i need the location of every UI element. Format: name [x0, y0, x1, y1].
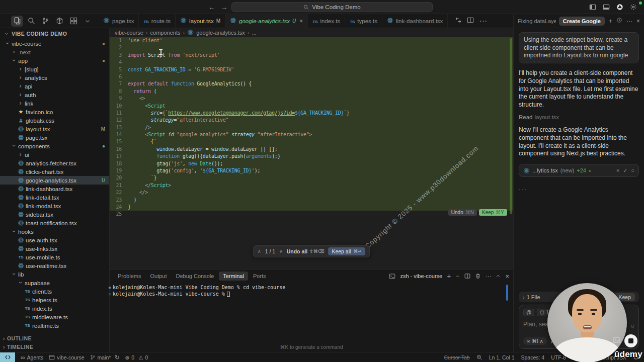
- search-view-icon[interactable]: [25, 16, 37, 27]
- split-editor-icon[interactable]: [467, 17, 474, 26]
- tree-folder-.next[interactable]: ›.next: [0, 48, 109, 56]
- stop-recording-button[interactable]: [624, 334, 637, 347]
- code-line-2[interactable]: 2: [110, 44, 513, 51]
- tree-file-link-modal.tsx[interactable]: link-modal.tsx: [0, 202, 109, 210]
- new-chat-icon[interactable]: +: [609, 18, 612, 25]
- sidebar-section-timeline[interactable]: ›TIMELINE: [0, 342, 109, 351]
- tree-file-link-dashboard.tsx[interactable]: link-dashboard.tsx: [0, 185, 109, 193]
- command-center-search[interactable]: Vibe Coding Demo: [231, 2, 433, 12]
- cursor-position-item[interactable]: Ln 1, Col 1: [489, 354, 515, 360]
- new-terminal-icon[interactable]: +: [447, 272, 451, 280]
- activity-overflow-chevron-icon[interactable]: [82, 16, 94, 27]
- keep-button[interactable]: Keep⌘Y: [479, 209, 507, 216]
- tree-folder-hooks[interactable]: ›hooks: [0, 227, 109, 236]
- breadcrumb-item[interactable]: vibe-course: [115, 30, 143, 36]
- panel-tab-output[interactable]: Output: [146, 272, 171, 281]
- tree-file-helpers.ts[interactable]: TShelpers.ts: [0, 296, 109, 304]
- tree-file-use-links.tsx[interactable]: use-links.tsx: [0, 244, 109, 253]
- breadcrumb-item[interactable]: ...: [252, 30, 256, 36]
- code-line-3[interactable]: 3import Script from 'next/script': [110, 52, 513, 59]
- project-status-item[interactable]: vibe-course: [49, 354, 84, 360]
- nav-forward-icon[interactable]: →: [221, 4, 227, 11]
- sidebar-section-outline[interactable]: ›OUTLINE: [0, 334, 109, 342]
- close-tab-icon[interactable]: ×: [299, 18, 303, 25]
- accept-file-icon[interactable]: ✓: [623, 167, 627, 174]
- generated-file-chip[interactable]: ...lytics.tsx (new) +24 ● × ✓ ○: [519, 164, 639, 177]
- code-line-12[interactable]: 12 strategy="afterInteractive": [110, 117, 513, 124]
- code-line-1[interactable]: 1'use client': [110, 37, 513, 44]
- chat-close-icon[interactable]: ×: [636, 18, 640, 25]
- extensions-box-icon[interactable]: [53, 16, 65, 27]
- tree-folder-vibe-course[interactable]: ›vibe-course●: [0, 39, 109, 48]
- tree-folder-link[interactable]: ›link: [0, 99, 109, 108]
- tab-types.ts[interactable]: TStypes.ts: [345, 14, 382, 28]
- git-branch-item[interactable]: main*↻: [90, 354, 120, 361]
- tree-file-realtime.ts[interactable]: TSrealtime.ts: [0, 321, 109, 329]
- add-context-button[interactable]: @: [523, 309, 534, 316]
- toggle-sidebar-icon[interactable]: [589, 4, 596, 11]
- panel-tab-problems[interactable]: Problems: [114, 272, 145, 281]
- code-editor[interactable]: 1'use client'23import Script from 'next/…: [110, 37, 513, 269]
- tree-folder-auth[interactable]: ›auth: [0, 90, 109, 99]
- tree-file-use-auth.tsx[interactable]: use-auth.tsx: [0, 236, 109, 244]
- tab-index.ts[interactable]: TSindex.ts: [308, 14, 345, 28]
- terminal-dropdown-chevron-icon[interactable]: [455, 274, 460, 279]
- panel-tab-ports[interactable]: Ports: [249, 272, 270, 281]
- code-line-15[interactable]: 15 {`: [110, 138, 513, 145]
- tree-folder-lib[interactable]: ›lib: [0, 270, 109, 279]
- code-line-11[interactable]: 11 src={`https://www.googletagmanager.co…: [110, 110, 513, 117]
- chat-history-icon[interactable]: [616, 17, 622, 25]
- split-terminal-icon[interactable]: [464, 273, 470, 279]
- keep-all-button[interactable]: Keep all⌘↵: [328, 247, 365, 255]
- tree-folder-analytics[interactable]: ›analytics: [0, 73, 109, 82]
- explorer-icon[interactable]: [11, 16, 23, 27]
- code-line-21[interactable]: 21 </Script>: [110, 182, 513, 189]
- toggle-panel-icon[interactable]: [603, 4, 610, 11]
- terminal-output[interactable]: ●kolejain@Koles-Mac-mini Vibe Coding Dem…: [110, 283, 513, 297]
- code-line-22[interactable]: 22 </>: [110, 189, 513, 196]
- image-attachment-icon[interactable]: [613, 336, 620, 346]
- code-line-9[interactable]: 9 <>: [110, 95, 513, 102]
- tree-file-toast-notification.tsx[interactable]: toast-notification.tsx: [0, 219, 109, 227]
- sync-icon[interactable]: ↻: [114, 354, 119, 361]
- breadcrumb[interactable]: vibe-course›components›google-analytics.…: [110, 28, 513, 37]
- tree-file-link-detail.tsx[interactable]: link-detail.tsx: [0, 193, 109, 202]
- tab-google-analytics.tsx[interactable]: google-analytics.tsxU×: [225, 14, 308, 28]
- explorer-header[interactable]: VIBE CODING DEMO: [0, 28, 109, 39]
- maximize-panel-icon[interactable]: [496, 274, 501, 279]
- agents-status-item[interactable]: ∞Agents: [21, 354, 43, 361]
- chat-tab-active[interactable]: Create Google: [559, 17, 605, 26]
- code-line-7[interactable]: 7export default function GoogleAnalytics…: [110, 80, 513, 87]
- panel-tab-debug-console[interactable]: Debug Console: [172, 272, 218, 281]
- tree-file-globals.css[interactable]: #globals.css: [0, 116, 109, 125]
- tree-file-analytics-fetcher.tsx[interactable]: analytics-fetcher.tsx: [0, 159, 109, 167]
- tab-layout.tsx[interactable]: layout.tsxM: [176, 14, 225, 28]
- breadcrumb-item[interactable]: google-analytics.tsx: [196, 30, 245, 36]
- breadcrumb-item[interactable]: components: [150, 30, 181, 36]
- code-line-20[interactable]: 20 `}: [110, 174, 513, 182]
- tree-file-layout.tsx[interactable]: layout.tsxM: [0, 125, 109, 133]
- agent-mode-chip[interactable]: ∞ ⌘I ∧: [523, 337, 547, 345]
- code-line-13[interactable]: 13 />: [110, 124, 513, 131]
- terminal-scrollbar[interactable]: [506, 285, 508, 301]
- tree-file-clicks-chart.tsx[interactable]: clicks-chart.tsx: [0, 167, 109, 176]
- tree-folder-ui[interactable]: ›ui: [0, 150, 109, 159]
- tab-route.ts[interactable]: TSroute.ts: [139, 14, 176, 28]
- kill-terminal-trash-icon[interactable]: [475, 273, 481, 279]
- reject-file-icon[interactable]: ×: [616, 167, 619, 174]
- tool-call-read[interactable]: Readlayout.tsx: [519, 114, 639, 120]
- tree-file-middleware.ts[interactable]: TSmiddleware.ts: [0, 313, 109, 321]
- open-changes-icon[interactable]: [455, 17, 462, 26]
- tree-file-sidebar.tsx[interactable]: sidebar.tsx: [0, 210, 109, 219]
- tree-file-use-realtime.tsx[interactable]: use-realtime.tsx: [0, 261, 109, 270]
- undo-button[interactable]: Undo⌘N: [448, 209, 477, 216]
- close-panel-icon[interactable]: ×: [505, 273, 509, 280]
- code-line-14[interactable]: 14 <Script id="google-analytics" strateg…: [110, 131, 513, 138]
- tab-link-dashboard.tsx[interactable]: link-dashboard.tsx: [382, 14, 448, 28]
- chat-conversation[interactable]: Using the code snippet below, create a c…: [519, 28, 639, 282]
- code-line-8[interactable]: 8 return (: [110, 88, 513, 95]
- tree-folder-supabase[interactable]: ›supabase: [0, 279, 109, 287]
- tree-file-favicon.ico[interactable]: ★favicon.ico: [0, 108, 109, 116]
- chat-tab-previous[interactable]: Fixing dataLayer n: [518, 18, 556, 24]
- tree-folder-[slug][interactable]: ›[slug]: [0, 65, 109, 73]
